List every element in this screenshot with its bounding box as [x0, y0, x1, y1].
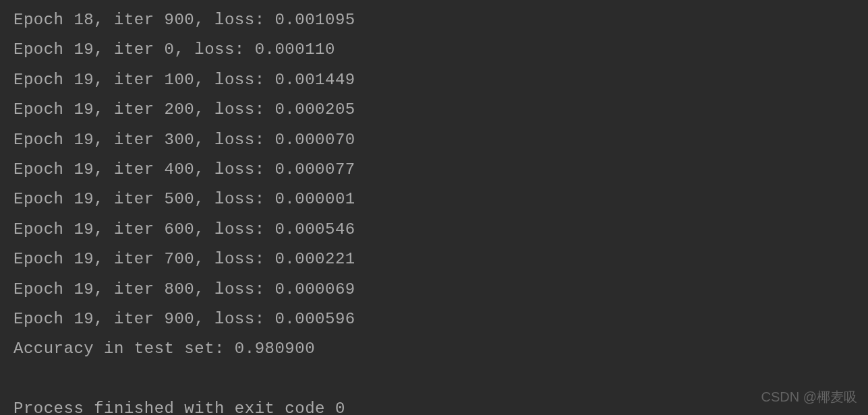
log-line: Epoch 18, iter 900, loss: 0.001095: [13, 5, 855, 35]
log-line: Epoch 19, iter 400, loss: 0.000077: [13, 155, 855, 185]
log-line: Epoch 19, iter 600, loss: 0.000546: [13, 215, 855, 245]
log-line: Epoch 19, iter 800, loss: 0.000069: [13, 275, 855, 305]
log-line: Epoch 19, iter 200, loss: 0.000205: [13, 95, 855, 125]
accuracy-line: Accuracy in test set: 0.980900: [13, 334, 855, 364]
log-line: Epoch 19, iter 900, loss: 0.000596: [13, 305, 855, 334]
log-line: Epoch 19, iter 500, loss: 0.000001: [13, 185, 855, 214]
console-output: Epoch 18, iter 900, loss: 0.001095 Epoch…: [13, 5, 855, 415]
watermark-text: CSDN @椰麦吸: [761, 385, 857, 410]
blank-line: [13, 364, 855, 394]
log-line: Epoch 19, iter 0, loss: 0.000110: [13, 35, 855, 65]
exit-message: Process finished with exit code 0: [13, 394, 855, 415]
log-line: Epoch 19, iter 100, loss: 0.001449: [13, 65, 855, 95]
log-line: Epoch 19, iter 700, loss: 0.000221: [13, 245, 855, 274]
log-line: Epoch 19, iter 300, loss: 0.000070: [13, 125, 855, 155]
